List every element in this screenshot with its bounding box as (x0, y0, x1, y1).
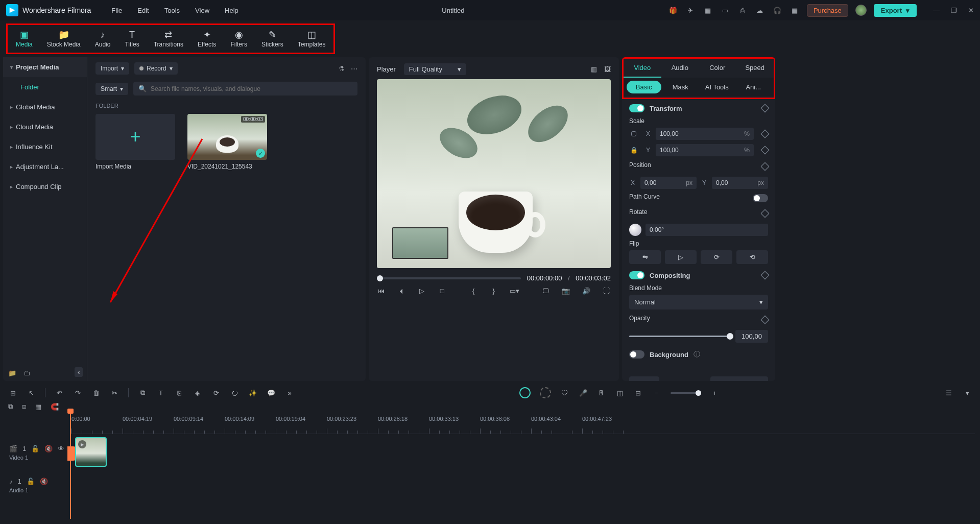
color-tag-icon[interactable]: ◈ (193, 389, 202, 397)
rotate-input[interactable]: 0,00° (646, 224, 768, 236)
sidebar-global-media[interactable]: ▸Global Media (3, 97, 87, 117)
track-list-icon[interactable]: ☰ (944, 389, 953, 397)
audio-track-body[interactable] (71, 469, 975, 502)
speed-ramp-icon[interactable]: ⟳ (211, 389, 221, 397)
project-icon[interactable]: ▦ (703, 5, 713, 15)
timeline-ruler[interactable]: 0:00:0000:00:04:1900:00:09:1400:00:14:09… (71, 415, 975, 434)
pip-icon[interactable]: ◫ (615, 389, 625, 397)
render-queue-icon[interactable] (540, 387, 551, 398)
search-input[interactable] (151, 85, 352, 92)
prop-tab-audio[interactable]: Audio (661, 59, 699, 78)
grid-icon[interactable]: ⊟ (634, 389, 643, 397)
nest-icon[interactable]: ⧉ (8, 402, 13, 411)
video-track-body[interactable]: ▶ (71, 436, 975, 469)
reset-button[interactable]: Reset (629, 376, 659, 381)
opacity-value[interactable]: 100,00 (735, 330, 768, 343)
lock-track-icon[interactable]: 🔓 (31, 445, 39, 452)
mute-track-icon[interactable]: 🔇 (44, 445, 53, 452)
prop-subtab-mask[interactable]: Mask (663, 81, 698, 93)
magnet-icon[interactable]: 🧲 (51, 403, 59, 411)
filter-icon[interactable]: ⚗ (339, 65, 345, 73)
purchase-button[interactable]: Purchase (807, 4, 848, 17)
caption-icon[interactable]: 💬 (267, 389, 276, 397)
window-minimize[interactable]: — (933, 7, 940, 14)
save-icon[interactable]: ⎙ (737, 5, 748, 15)
playhead[interactable] (70, 412, 71, 519)
screen-icon[interactable]: ▭ (720, 5, 730, 15)
link-icon[interactable]: ⧈ (22, 402, 26, 411)
ratio-icon[interactable]: ▭▾ (510, 287, 519, 295)
cut-icon[interactable]: ✂ (110, 389, 119, 397)
track-menu-icon[interactable]: ▾ (963, 389, 972, 397)
headphone-icon[interactable]: 🎧 (772, 5, 782, 15)
gift-icon[interactable]: 🎁 (668, 5, 678, 15)
mic-icon[interactable]: 🎤 (579, 389, 588, 397)
compositing-toggle[interactable] (629, 271, 644, 279)
video-track-icon[interactable]: 🎬 (9, 445, 17, 452)
fullscreen-icon[interactable]: ⛶ (602, 287, 611, 295)
pos-y-input[interactable]: 0,00px (712, 177, 768, 189)
tab-media[interactable]: ▣ Media (10, 26, 39, 52)
tab-filters[interactable]: ◉ Filters (224, 26, 253, 52)
zoom-slider[interactable] (671, 392, 701, 394)
audio-track-icon[interactable]: ♪ (9, 478, 13, 485)
loop-icon[interactable]: ⭮ (230, 389, 239, 397)
menu-help[interactable]: Help (225, 7, 238, 14)
background-toggle[interactable] (629, 350, 644, 359)
more-tools-icon[interactable]: » (285, 389, 294, 397)
menu-tools[interactable]: Tools (164, 7, 180, 14)
play-icon[interactable]: ▷ (417, 287, 426, 295)
scale-x-input[interactable]: 100,00% (656, 128, 754, 140)
zoom-handle[interactable] (696, 390, 701, 396)
video-clip[interactable]: ▶ (75, 437, 107, 467)
prop-tab-color[interactable]: Color (699, 59, 736, 78)
media-item[interactable]: 00:00:03 ✓ VID_20241021_125543 (187, 114, 267, 170)
tab-stickers[interactable]: ✎ Stickers (255, 26, 290, 52)
sidebar-collapse-button[interactable]: ‹ (75, 367, 83, 377)
menu-file[interactable]: File (111, 7, 122, 14)
snapshot-icon[interactable]: 📷 (561, 287, 570, 295)
tab-transitions[interactable]: ⇄ Transitions (148, 26, 189, 52)
mark-in-icon[interactable]: { (469, 287, 478, 295)
opacity-slider[interactable] (629, 336, 730, 337)
sidebar-compound-clip[interactable]: ▸Compound Clip (3, 177, 87, 197)
compare-view-icon[interactable]: ▥ (591, 65, 597, 73)
crop-icon[interactable]: ⧉ (138, 389, 147, 397)
stop-icon[interactable]: □ (438, 287, 447, 295)
export-button[interactable]: Export ▾ (874, 4, 917, 17)
prop-subtab-aitools[interactable]: AI Tools (700, 81, 734, 93)
volume-icon[interactable]: 🔊 (582, 287, 591, 295)
rotate-knob[interactable] (629, 224, 641, 236)
search-box[interactable]: 🔍 (133, 82, 357, 96)
prop-tab-speed[interactable]: Speed (736, 59, 774, 78)
marker-shield-icon[interactable]: 🛡 (560, 389, 569, 397)
folder-icon[interactable]: 🗀 (23, 369, 30, 377)
menu-edit[interactable]: Edit (137, 7, 149, 14)
rotate-ccw-button[interactable]: ⟲ (736, 250, 768, 264)
keyframe-icon[interactable] (761, 316, 770, 324)
scrub-handle[interactable] (377, 275, 383, 281)
tab-templates[interactable]: ◫ Templates (292, 26, 332, 52)
prop-subtab-animation[interactable]: Ani... (736, 81, 771, 93)
keyframe-icon[interactable] (761, 130, 770, 138)
smart-dropdown[interactable]: Smart▾ (95, 83, 128, 95)
link-icon[interactable] (629, 131, 638, 136)
prev-frame-icon[interactable]: ⏮ (377, 287, 386, 295)
new-folder-icon[interactable]: 📁 (8, 369, 16, 377)
info-icon[interactable]: ⓘ (694, 350, 700, 359)
window-close[interactable]: ✕ (968, 7, 974, 14)
keyframe-icon[interactable] (761, 146, 770, 155)
display-icon[interactable]: 🖵 (541, 287, 551, 295)
picture-icon[interactable]: 🖼 (604, 65, 611, 73)
zoom-out-icon[interactable]: − (652, 389, 661, 397)
import-media-slot[interactable]: + Import Media (95, 114, 175, 170)
step-back-icon[interactable]: ⏴ (397, 287, 407, 295)
undo-icon[interactable]: ↶ (55, 389, 64, 397)
lock-track-icon[interactable]: 🔓 (27, 478, 35, 485)
rotate-cw-button[interactable]: ⟳ (701, 250, 732, 264)
text-icon[interactable]: T (156, 389, 165, 397)
layout-icon[interactable]: ⊞ (8, 389, 17, 397)
flip-vertical-button[interactable]: ▷ (665, 250, 697, 264)
cursor-icon[interactable]: ↖ (27, 389, 36, 397)
delete-icon[interactable]: 🗑 (91, 389, 101, 397)
